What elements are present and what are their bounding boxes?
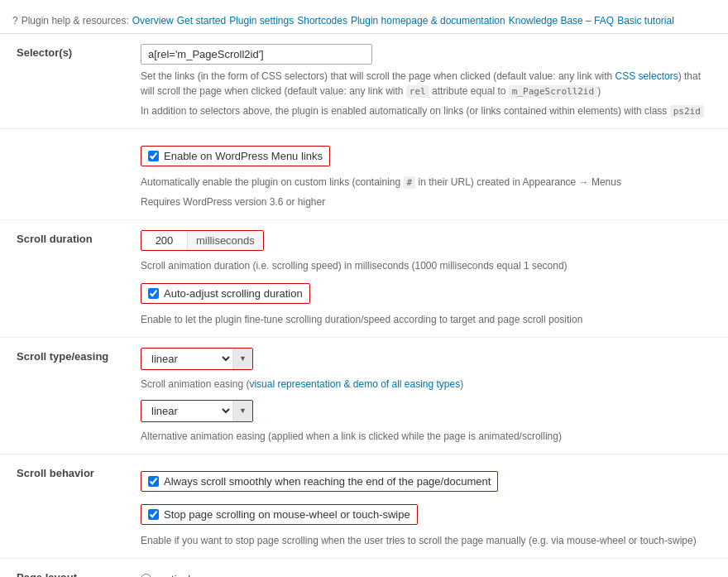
stop-scroll-checkbox[interactable] <box>148 509 159 520</box>
help-icon: ? <box>12 15 18 26</box>
wordpress-menu-checkbox[interactable] <box>148 151 159 161</box>
scroll-duration-row: Scroll duration milliseconds Scroll anim… <box>0 219 728 337</box>
layout-vertical-row: vertical <box>141 573 716 578</box>
resources-label: Plugin help & resources: <box>22 15 129 26</box>
scroll-duration-field: milliseconds <box>141 230 264 251</box>
selectors-row: Selector(s) Set the links (in the form o… <box>0 34 728 129</box>
link-plugin-settings[interactable]: Plugin settings <box>229 15 294 26</box>
wordpress-menu-checkbox-label[interactable]: Enable on WordPress Menu links <box>141 146 330 166</box>
auto-adjust-label: Auto-adjust scrolling duration <box>164 287 303 300</box>
wp-menu-desc2: Requires WordPress version 3.6 or higher <box>141 195 716 209</box>
scroll-behavior-row: Scroll behavior Always scroll smoothly w… <box>0 454 728 558</box>
auto-adjust-checkbox-label[interactable]: Auto-adjust scrolling duration <box>141 283 310 304</box>
stop-scroll-desc: Enable if you want to stop page scrollin… <box>141 533 716 548</box>
scroll-behavior-label: Scroll behavior <box>17 467 94 479</box>
selector-desc2: In addition to selectors above, the plug… <box>141 103 716 119</box>
wordpress-menu-label: Enable on WordPress Menu links <box>164 150 323 162</box>
easing-desc: Scroll animation easing (visual represen… <box>141 377 716 392</box>
link-overview[interactable]: Overview <box>132 15 174 26</box>
easing-select[interactable]: linear swing easeIn easeOut <box>141 349 232 369</box>
wp-menu-desc1: Automatically enable the plugin on custo… <box>141 176 400 188</box>
auto-adjust-desc: Enable to let the plugin fine-tune scrol… <box>141 312 716 327</box>
link-tutorial[interactable]: Basic tutorial <box>617 15 674 26</box>
alt-easing-select[interactable]: linear swing easeIn easeOut <box>141 401 232 421</box>
page-layout-row: Page layout vertical horizontal auto <box>0 558 728 577</box>
smooth-scroll-label: Always scroll smoothly when reaching the… <box>164 475 491 488</box>
css-selectors-link[interactable]: CSS selectors <box>615 70 678 82</box>
auto-adjust-checkbox[interactable] <box>148 288 159 299</box>
wordpress-menu-row: Enable on WordPress Menu links Automatic… <box>0 129 728 220</box>
plugin-resources-bar: ? Plugin help & resources: Overview Get … <box>0 8 728 34</box>
scroll-type-label: Scroll type/easing <box>17 350 108 363</box>
stop-scroll-checkbox-label[interactable]: Stop page scrolling on mouse-wheel or to… <box>141 504 418 525</box>
stop-scroll-label: Stop page scrolling on mouse-wheel or to… <box>164 508 410 521</box>
scroll-duration-label: Scroll duration <box>17 233 93 245</box>
easing-demo-link[interactable]: visual representation & demo of all easi… <box>249 378 460 390</box>
easing-select-container: linear swing easeIn easeOut ▼ <box>141 348 253 370</box>
alt-easing-select-container: linear swing easeIn easeOut ▼ <box>141 400 253 422</box>
selector-input[interactable] <box>141 44 372 65</box>
layout-vertical-radio[interactable] <box>141 574 151 578</box>
scroll-duration-unit: milliseconds <box>187 231 263 250</box>
page-layout-label: Page layout <box>17 571 77 578</box>
alt-easing-select-arrow: ▼ <box>232 401 252 421</box>
smooth-scroll-checkbox[interactable] <box>148 476 159 487</box>
scroll-duration-desc: Scroll animation duration (i.e. scrollin… <box>141 258 716 273</box>
link-shortcodes[interactable]: Shortcodes <box>297 15 347 26</box>
scroll-duration-input[interactable] <box>141 231 187 250</box>
selectors-label: Selector(s) <box>17 46 72 59</box>
smooth-scroll-checkbox-label[interactable]: Always scroll smoothly when reaching the… <box>141 471 498 492</box>
link-get-started[interactable]: Get started <box>177 15 226 26</box>
scroll-type-row: Scroll type/easing linear swing easeIn e… <box>0 337 728 454</box>
link-faq[interactable]: Knowledge Base – FAQ <box>509 15 614 26</box>
selector-desc: Set the links (in the form of CSS select… <box>141 69 716 99</box>
layout-vertical-label: vertical <box>156 573 190 578</box>
layout-radio-group: vertical horizontal auto <box>141 573 716 578</box>
alt-easing-desc: Alternative animation easing (applied wh… <box>141 429 716 444</box>
link-homepage[interactable]: Plugin homepage & documentation <box>351 15 505 26</box>
easing-select-arrow: ▼ <box>232 349 252 369</box>
